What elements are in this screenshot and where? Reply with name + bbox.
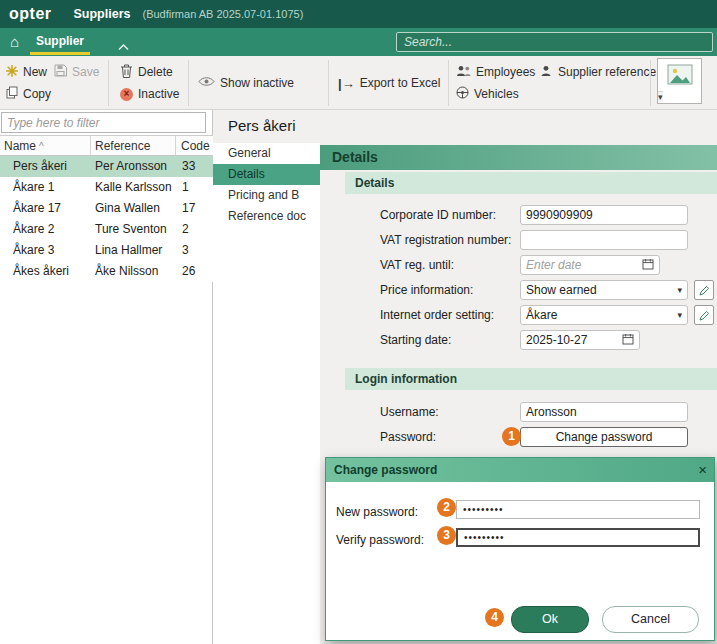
copy-icon — [6, 86, 18, 102]
cell-name: Pers åkeri — [0, 156, 91, 177]
close-icon[interactable]: × — [698, 460, 707, 480]
home-icon[interactable]: ⌂ — [10, 33, 19, 50]
supplier-reference-button[interactable]: Supplier reference — [540, 62, 656, 82]
tab-supplier-label: Supplier — [36, 34, 84, 48]
table-row[interactable]: Åkes åkeri Åke Nilsson 26 — [0, 261, 213, 282]
chevron-down-icon: ▾ — [677, 310, 682, 320]
cancel-button[interactable]: Cancel — [602, 606, 699, 633]
detail-subnav: General Details Pricing and B Reference … — [213, 143, 320, 644]
new-button[interactable]: New — [6, 62, 47, 82]
export-to-excel-button[interactable]: |→ Export to Excel — [338, 73, 440, 93]
edit-price-information-button[interactable] — [694, 280, 714, 300]
vat-until-label: VAT reg. until: — [380, 255, 520, 275]
chevron-up-icon[interactable] — [118, 39, 129, 53]
price-information-select[interactable]: Show earned ▾ — [520, 280, 688, 300]
subnav-item-general[interactable]: General — [213, 143, 320, 164]
cell-code: 26 — [176, 261, 213, 282]
cell-code: 17 — [176, 198, 213, 219]
starting-date-label: Starting date: — [380, 330, 520, 350]
toolbar-divider — [188, 60, 189, 106]
username-label: Username: — [380, 402, 520, 422]
cell-reference: Gina Wallen — [91, 198, 176, 219]
delete-button[interactable]: Delete — [120, 62, 173, 82]
window-subtitle: (Budfirman AB 2025.07-01.1075) — [142, 8, 303, 20]
annotation-step-1: 1 — [502, 427, 521, 446]
new-password-input[interactable] — [456, 500, 700, 519]
cell-name: Åkare 1 — [0, 177, 91, 198]
search-input[interactable] — [396, 32, 713, 52]
table-row[interactable]: Åkare 17 Gina Wallen 17 — [0, 198, 213, 219]
cell-name: Åkare 2 — [0, 219, 91, 240]
cell-reference: Lina Hallmer — [91, 240, 176, 261]
column-header-name[interactable]: Name^ — [0, 136, 91, 155]
vat-until-date-input[interactable]: Enter date — [520, 255, 660, 275]
table-row[interactable]: Åkare 3 Lina Hallmer 3 — [0, 240, 213, 261]
verify-password-label: Verify password: — [336, 531, 424, 550]
internet-order-select[interactable]: Åkare ▾ — [520, 305, 688, 325]
change-password-button[interactable]: Change password — [520, 427, 688, 447]
corporate-id-input[interactable] — [520, 205, 688, 225]
ok-button[interactable]: Ok — [511, 606, 589, 633]
cell-code: 1 — [176, 177, 213, 198]
tab-active-underline — [30, 52, 90, 55]
edit-internet-order-button[interactable] — [694, 305, 714, 325]
table-header: Name^ Reference Code — [0, 135, 213, 156]
column-header-code[interactable]: Code — [176, 136, 213, 155]
table-row[interactable]: Pers åkeri Per Aronsson 33 — [0, 156, 213, 177]
subnav-item-reference-documents[interactable]: Reference doc — [213, 206, 320, 227]
employees-button[interactable]: Employees — [456, 62, 535, 82]
copy-button[interactable]: Copy — [6, 84, 51, 104]
calendar-icon[interactable] — [622, 333, 634, 348]
toolbar-divider — [328, 60, 329, 106]
subnav-item-pricing[interactable]: Pricing and B — [213, 185, 320, 206]
password-label: Password: — [380, 427, 520, 447]
username-input[interactable] — [520, 402, 688, 422]
toolbar: New Save Copy Delete × Inactive Show ina… — [0, 56, 717, 110]
picture-button[interactable] — [658, 59, 701, 89]
starting-date-input[interactable]: 2025-10-27 — [520, 330, 640, 350]
filter-input[interactable] — [1, 112, 206, 133]
change-password-dialog: Change password × New password: Verify p… — [325, 457, 715, 641]
picture-tool-group: ▾ — [657, 58, 702, 104]
subnav-item-details[interactable]: Details — [213, 164, 320, 185]
person-icon — [540, 65, 553, 80]
supplier-list-panel: Name^ Reference Code Pers åkeri Per Aron… — [0, 110, 213, 644]
picture-icon — [667, 64, 693, 85]
export-arrow-icon: |→ — [338, 76, 355, 91]
annotation-step-3: 3 — [437, 526, 456, 545]
table-row[interactable]: Åkare 1 Kalle Karlsson 1 — [0, 177, 213, 198]
record-title: Pers åkeri — [228, 117, 296, 134]
price-information-label: Price information: — [380, 280, 520, 300]
save-button[interactable]: Save — [54, 62, 99, 82]
cell-reference: Kalle Karlsson — [91, 177, 176, 198]
table-row[interactable]: Åkare 2 Ture Sventon 2 — [0, 219, 213, 240]
toolbar-divider — [448, 60, 449, 106]
cell-reference: Ture Sventon — [91, 219, 176, 240]
save-icon — [54, 64, 67, 80]
column-header-reference[interactable]: Reference — [91, 136, 176, 155]
opter-logo: opter — [9, 5, 52, 23]
picture-dropdown-button[interactable]: ▾ — [658, 91, 663, 102]
corporate-id-label: Corporate ID number: — [380, 205, 520, 225]
chevron-down-icon: ▾ — [677, 285, 682, 295]
cell-reference: Per Aronsson — [91, 156, 176, 177]
annotation-step-4: 4 — [485, 608, 504, 627]
vehicles-button[interactable]: Vehicles — [456, 84, 519, 104]
steering-wheel-icon — [456, 86, 469, 102]
inactive-button[interactable]: × Inactive — [120, 84, 179, 104]
vat-number-input[interactable] — [520, 230, 688, 250]
section-header-details: Details — [345, 172, 717, 194]
window-title: Suppliers — [74, 7, 131, 21]
verify-password-input[interactable] — [456, 528, 700, 547]
pencil-icon — [699, 285, 710, 296]
section-header-login-information: Login information — [345, 368, 717, 390]
new-password-label: New password: — [336, 503, 418, 522]
cell-name: Åkes åkeri — [0, 261, 91, 282]
tab-supplier[interactable]: Supplier — [28, 28, 92, 56]
show-inactive-button[interactable]: Show inactive — [198, 73, 294, 93]
inactive-icon: × — [120, 88, 133, 101]
toolbar-divider — [650, 60, 651, 106]
cell-code: 2 — [176, 219, 213, 240]
cell-name: Åkare 17 — [0, 198, 91, 219]
calendar-icon[interactable] — [642, 258, 654, 273]
